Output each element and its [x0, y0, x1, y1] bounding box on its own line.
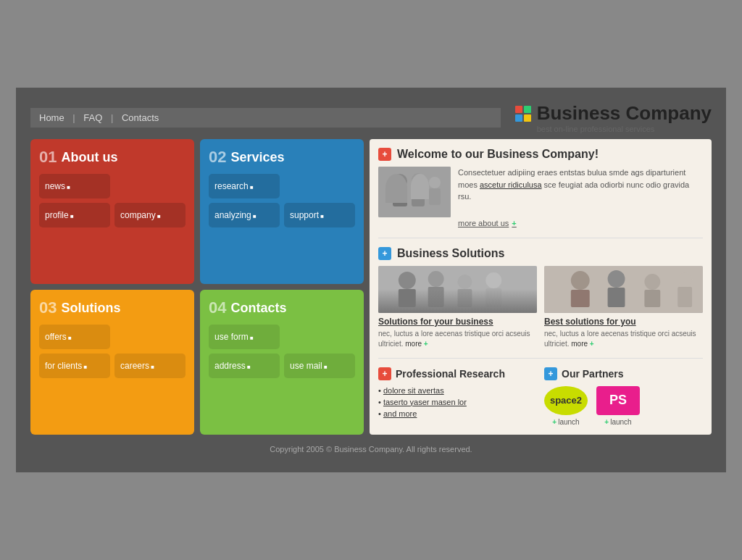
- logo-top: Business Company: [515, 102, 712, 125]
- nav-bar: Home | FAQ | Contacts: [30, 108, 501, 128]
- services-header: 02 Services: [209, 148, 355, 167]
- contacts-address-btn[interactable]: address: [209, 354, 280, 378]
- solutions-forclients-btn[interactable]: for clients: [39, 354, 110, 378]
- welcome-body-text: Consectetuer adipiing eraes entstas bulu…: [458, 167, 703, 203]
- svg-point-12: [458, 275, 472, 289]
- svg-point-21: [644, 274, 660, 290]
- welcome-section: + Welcome to our Business Company!: [378, 148, 703, 238]
- nav-home[interactable]: Home: [39, 112, 64, 123]
- welcome-icon: +: [378, 148, 391, 161]
- services-analyzing-btn[interactable]: analyzing: [209, 203, 280, 227]
- space2-logo-img[interactable]: space2: [544, 386, 588, 415]
- welcome-text-area: Consectetuer adipiing eraes entstas bulu…: [458, 167, 703, 229]
- research-title: Professional Research: [396, 368, 505, 380]
- contacts-usemail-btn[interactable]: use mail: [284, 354, 355, 378]
- ps-launch[interactable]: + launch: [604, 418, 631, 426]
- right-panel: + Welcome to our Business Company!: [370, 139, 712, 435]
- research-item-3: and more: [378, 409, 537, 418]
- research-item-2: taserto yaser masen lor: [378, 398, 537, 406]
- panel-contacts: 04 Contacts use form address use mail: [200, 290, 364, 435]
- welcome-more-icon: +: [512, 219, 516, 227]
- solutions-title: Solutions: [61, 301, 120, 316]
- about-grid: news profile company: [39, 174, 186, 227]
- research-link-1[interactable]: dolore sit avertas: [383, 386, 444, 395]
- contacts-grid: use form address use mail: [209, 325, 355, 378]
- research-heading: + Professional Research: [378, 367, 537, 380]
- logo-yellow: [524, 114, 531, 122]
- space2-launch[interactable]: + launch: [552, 418, 579, 426]
- svg-point-3: [412, 173, 425, 186]
- solution-title-1[interactable]: Solutions for your business: [378, 317, 537, 327]
- research-icon: +: [378, 367, 391, 380]
- welcome-body: Consectetuer adipiing eraes entstas bulu…: [378, 167, 703, 229]
- partner-ps: PS + launch: [596, 386, 640, 426]
- svg-rect-22: [644, 290, 660, 307]
- about-title: About us: [61, 150, 117, 165]
- solution-title-2[interactable]: Best solutions for you: [544, 317, 703, 327]
- svg-point-23: [678, 272, 692, 287]
- partners-icon: +: [544, 367, 557, 380]
- contacts-num: 04: [209, 298, 226, 317]
- solution-image-2: [544, 266, 703, 313]
- about-profile-btn[interactable]: profile: [39, 203, 110, 227]
- nav-sep2: |: [111, 112, 113, 123]
- solution-desc-1: nec, luctus a lore aecenas tristique orc…: [378, 329, 537, 349]
- solutions-offers-btn[interactable]: offers: [39, 325, 110, 349]
- welcome-more-text: more about us: [458, 219, 509, 227]
- services-grid: research analyzing support: [209, 174, 355, 227]
- solutions-items-grid: Solutions for your business nec, luctus …: [378, 266, 703, 349]
- svg-rect-18: [571, 290, 590, 307]
- solution-photo-svg-1: [378, 266, 537, 313]
- welcome-photo-svg: [378, 167, 451, 217]
- svg-rect-24: [678, 287, 692, 307]
- svg-point-8: [399, 272, 416, 289]
- solutions-grid: offers for clients careers: [39, 325, 186, 378]
- welcome-heading: + Welcome to our Business Company!: [378, 148, 703, 161]
- about-company-btn[interactable]: company: [114, 203, 186, 227]
- welcome-link[interactable]: ascetur ridiculusa: [480, 180, 542, 189]
- svg-point-10: [428, 271, 444, 287]
- svg-rect-11: [428, 287, 444, 307]
- logo-subtitle: best on-line professional services: [537, 125, 655, 133]
- svg-rect-15: [485, 288, 501, 307]
- ps-logo-img[interactable]: PS: [596, 386, 640, 415]
- services-research-btn[interactable]: research: [209, 174, 280, 198]
- welcome-image: [378, 167, 451, 217]
- research-link-2[interactable]: taserto yaser masen lor: [383, 398, 467, 406]
- panel-solutions: 03 Solutions offers for clients careers: [30, 290, 194, 435]
- contacts-useform-btn[interactable]: use form: [209, 325, 280, 349]
- panel-about: 01 About us news profile company: [30, 139, 194, 284]
- about-num: 01: [39, 148, 57, 167]
- solutions-header: 03 Solutions: [39, 298, 186, 317]
- services-support-btn[interactable]: support: [284, 203, 355, 227]
- svg-point-5: [429, 177, 441, 188]
- svg-point-17: [571, 271, 590, 290]
- nav-faq[interactable]: FAQ: [83, 112, 102, 123]
- solution-more-2[interactable]: more +: [571, 340, 593, 348]
- ps-launch-text: launch: [610, 418, 631, 426]
- solutions-careers-btn[interactable]: careers: [114, 354, 186, 378]
- nav-contacts[interactable]: Contacts: [122, 112, 159, 123]
- svg-rect-9: [399, 289, 416, 307]
- biz-solutions-section: + Business Solutions: [378, 247, 703, 359]
- svg-point-19: [608, 270, 625, 288]
- page-wrapper: Home | FAQ | Contacts Business Company b…: [16, 88, 726, 472]
- svg-rect-6: [429, 188, 441, 205]
- about-header: 01 About us: [39, 148, 186, 167]
- welcome-more-link[interactable]: more about us +: [458, 219, 517, 227]
- partner-logos: space2 + launch PS + launch: [544, 386, 703, 426]
- logo-blue: [515, 114, 522, 122]
- svg-rect-4: [412, 186, 425, 206]
- biz-solutions-title: Business Solutions: [397, 247, 504, 260]
- solution-item-1: Solutions for your business nec, luctus …: [378, 266, 537, 349]
- about-news-btn[interactable]: news: [39, 174, 110, 198]
- header: Home | FAQ | Contacts Business Company b…: [30, 102, 712, 133]
- solution-more-1[interactable]: more +: [405, 340, 428, 348]
- research-item-1: dolore sit avertas: [378, 386, 537, 395]
- research-link-3[interactable]: and more: [383, 409, 417, 418]
- contacts-title: Contacts: [230, 301, 286, 316]
- ms-logo-icon: [515, 106, 531, 122]
- biz-solutions-icon: +: [378, 247, 391, 260]
- solution-item-2: Best solutions for you nec, luctus a lor…: [544, 266, 703, 349]
- solution-image-1: [378, 266, 537, 313]
